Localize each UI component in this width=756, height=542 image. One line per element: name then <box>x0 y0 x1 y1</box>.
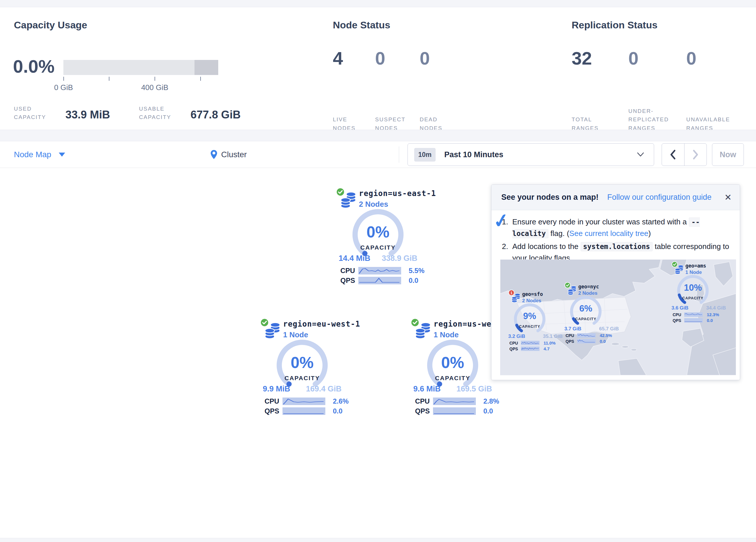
locality-title: geo=sfo <box>522 291 543 297</box>
capacity-gauge: 0% CAPACITY <box>352 207 404 260</box>
qps-label: QPS <box>340 277 358 285</box>
total-value: 338.9 GiB <box>382 254 417 263</box>
used-value: 14.4 MiB <box>339 254 370 263</box>
cpu-sparkline <box>433 398 476 405</box>
qps-value: 0.0 <box>409 277 418 285</box>
step-text-part: Add locations to the <box>512 242 581 251</box>
chevron-right-icon <box>692 149 699 160</box>
axis-tick <box>109 77 109 81</box>
mini-node-card-nyc[interactable]: geo=nyc 2 Nodes 6% CAPACITY 3.7 GiB 65.7 <box>564 282 625 343</box>
qps-row: QPS 0.0 <box>340 277 418 285</box>
cpu-sparkline <box>577 333 596 338</box>
total-value: 34.4 GiB <box>706 305 726 311</box>
usable-capacity-value: 677.8 GiB <box>190 109 241 122</box>
qps-value: 4.7 <box>544 346 550 351</box>
gauge-caption: CAPACITY <box>427 375 479 382</box>
qps-value: 0.0 <box>333 407 342 415</box>
time-range-label: Past 10 Minutes <box>444 150 503 159</box>
gauge-caption: CAPACITY <box>352 244 404 251</box>
system-locations-code: system.locations <box>581 242 653 251</box>
qps-sparkline <box>282 407 325 415</box>
now-button[interactable]: Now <box>712 143 744 166</box>
qps-sparkline <box>577 339 596 344</box>
cpu-sparkline <box>358 267 401 275</box>
cpu-sparkline <box>521 341 540 345</box>
capacity-bar-track <box>63 60 218 75</box>
chevron-down-icon <box>636 152 645 157</box>
database-nodes-icon <box>340 191 357 209</box>
node-card-us-east-1[interactable]: region=us-east-1 2 Nodes 0% CAPACITY 14.… <box>336 187 420 288</box>
capacity-values: 3.6 GiB 34.4 GiB <box>671 305 726 311</box>
cpu-label: CPU <box>566 333 577 338</box>
qps-label: QPS <box>415 407 433 415</box>
time-prev-button[interactable] <box>662 144 684 166</box>
usable-capacity-label: USABLE CAPACITY <box>139 104 182 122</box>
configuration-guide-link[interactable]: Follow our configuration guide <box>607 193 711 202</box>
time-range-dropdown[interactable]: 10m Past 10 Minutes <box>408 143 654 166</box>
database-nodes-icon <box>511 293 521 303</box>
under-replicated-stat: 0 UNDER-REPLICATED RANGES <box>628 48 675 132</box>
view-toolbar: Node Map Cluster 10m Past 10 Minutes <box>0 141 756 168</box>
live-nodes-value: 4 <box>333 48 365 69</box>
cpu-row: CPU 42.5% <box>566 333 612 338</box>
live-nodes-stat: 4 LIVE NODES <box>333 48 365 132</box>
cpu-value: 42.5% <box>600 333 612 338</box>
qps-value: 0.0 <box>707 318 713 323</box>
axis-tick-label: 0 GiB <box>54 83 73 92</box>
used-capacity-label: USED CAPACITY <box>14 104 57 122</box>
cpu-label: CPU <box>265 397 282 405</box>
node-card-us-west-1[interactable]: region=us-west-1 1 Node 0% CAPACITY 9.6 … <box>410 317 495 419</box>
node-status-stats: 4 LIVE NODES 0 SUSPECT NODES 0 DEAD NODE… <box>333 48 452 132</box>
replication-stats: 32 TOTAL RANGES 0 UNDER-REPLICATED RANGE… <box>572 48 735 132</box>
capacity-usage-gauge: 0.0% 0 GiB 400 GiB <box>13 56 218 77</box>
mini-node-card-sfo[interactable]: geo=sfo 2 Nodes 9% CAPACITY 3.2 GiB 35.1 <box>508 290 569 350</box>
close-icon[interactable]: ✕ <box>724 192 732 202</box>
node-map-canvas: region=us-east-1 2 Nodes 0% CAPACITY 14.… <box>0 168 756 538</box>
used-value: 3.2 GiB <box>508 334 525 339</box>
used-value: 3.7 GiB <box>564 326 581 332</box>
capacity-values: 3.2 GiB 35.1 GiB <box>508 334 563 339</box>
qps-sparkline <box>358 277 401 284</box>
cpu-value: 2.6% <box>333 397 349 405</box>
gauge-caption: CAPACITY <box>513 324 546 329</box>
total-value: 65.7 GiB <box>599 326 619 332</box>
qps-sparkline <box>521 347 540 351</box>
qps-label: QPS <box>566 339 577 344</box>
mini-node-card-ams[interactable]: geo=ams 1 Node 10% CAPACITY 3.6 GiB 34.4 <box>671 261 732 322</box>
step-text: Ensure every node in your cluster was st… <box>512 216 731 239</box>
step-text-part: ) <box>648 229 651 238</box>
database-nodes-icon <box>414 322 432 339</box>
section-divider <box>0 130 756 141</box>
cpu-label: CPU <box>340 266 358 275</box>
cpu-label: CPU <box>509 341 521 346</box>
gauge-percent: 6% <box>570 304 602 314</box>
node-card-eu-west-1[interactable]: region=eu-west-1 1 Node 0% CAPACITY 9.9 … <box>260 317 344 419</box>
under-replicated-label: UNDER-REPLICATED RANGES <box>628 107 675 132</box>
cpu-sparkline <box>282 398 325 405</box>
qps-row: QPS 4.7 <box>509 346 550 351</box>
total-value: 169.4 GiB <box>306 385 342 394</box>
setup-steps: 1. Ensure every node in your cluster was… <box>502 216 731 265</box>
breadcrumb: Cluster <box>210 141 247 168</box>
qps-sparkline <box>433 407 476 415</box>
capacity-values: 14.4 MiB 338.9 GiB <box>339 254 417 263</box>
setup-step-1: 1. Ensure every node in your cluster was… <box>502 216 731 239</box>
view-selector-dropdown[interactable]: Node Map <box>14 141 65 168</box>
cpu-value: 2.8% <box>483 397 499 405</box>
bottom-strip <box>0 538 756 542</box>
step-text-part: Ensure every node in your cluster was st… <box>512 217 689 226</box>
time-nav-group <box>662 143 707 166</box>
mini-card-header: geo=nyc 2 Nodes <box>578 284 599 296</box>
capacity-values: 9.9 MiB 169.4 GiB <box>263 385 342 394</box>
capacity-bar-segment <box>194 60 218 75</box>
sample-node-map: geo=sfo 2 Nodes 9% CAPACITY 3.2 GiB 35.1 <box>500 259 736 375</box>
locality-tree-link[interactable]: See current locality tree <box>569 229 648 238</box>
popup-title: See your nodes on a map! <box>501 193 599 202</box>
qps-row: QPS 0.0 <box>265 407 342 415</box>
node-card-header: region=us-east-1 2 Nodes <box>359 189 436 209</box>
gauge-percent: 10% <box>677 283 709 293</box>
total-ranges-stat: 32 TOTAL RANGES <box>572 48 617 132</box>
time-next-button[interactable] <box>684 144 707 166</box>
cpu-row: CPU 11.0% <box>509 341 556 346</box>
dead-nodes-value: 0 <box>420 48 452 69</box>
